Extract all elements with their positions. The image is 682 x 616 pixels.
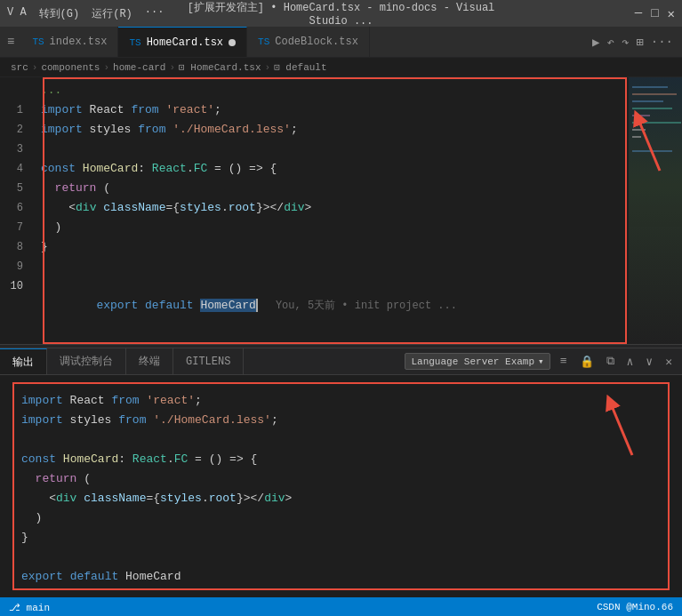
panel-tab-debug[interactable]: 调试控制台 [47, 348, 126, 374]
line-num-8: 8 [0, 237, 37, 257]
line-content-1: import React from 'react'; [37, 100, 629, 120]
minimap[interactable] [629, 77, 682, 344]
inline-hint: You, 5天前 • init project ... [276, 300, 457, 312]
panel-line-5: return ( [21, 469, 661, 489]
line-num-2: 2 [0, 120, 37, 140]
chevron-down-icon: ▾ [538, 356, 544, 367]
svg-rect-2 [632, 100, 663, 102]
minimize-icon[interactable]: ─ [635, 6, 642, 20]
editor-content[interactable]: ... 1 import React from 'react'; 2 impor… [0, 77, 629, 344]
panel-tab-output-label: 输出 [12, 355, 34, 370]
statusbar-branch[interactable]: ⎇ main [9, 602, 50, 613]
panel-tab-actions: Language Server Examp ▾ ≡ 🔒 ⧉ ∧ ∨ ✕ [405, 348, 682, 374]
panel-body: import React from 'react'; import styles… [0, 375, 682, 597]
run-icon[interactable]: ▶ [592, 35, 599, 50]
panel-line-10: export default HomeCard [21, 567, 661, 587]
breadcrumb-sep1: › [32, 62, 38, 73]
line-ellipsis: ... [0, 81, 629, 100]
tab-bar: ≡ TS index.tsx TS HomeCard.tsx TS CodeBl… [0, 27, 682, 58]
hamburger-menu[interactable]: ≡ [0, 27, 21, 57]
close-icon[interactable]: ✕ [668, 6, 675, 21]
menu-more[interactable]: ··· [145, 6, 164, 21]
panel-line-6: <div className={styles.root}></div> [21, 489, 661, 508]
line-5: 5 return ( [0, 179, 629, 198]
line-8: 8 } [0, 237, 629, 257]
panel-close-icon[interactable]: ✕ [662, 355, 675, 369]
panel-up-icon[interactable]: ∧ [624, 355, 637, 369]
tab-dirty-dot [229, 39, 236, 46]
menu-run[interactable]: 运行(R) [92, 6, 132, 21]
tab-icon-homecard: TS [129, 37, 140, 48]
panel-down-icon[interactable]: ∨ [643, 355, 655, 369]
tab-icon-codeblock: TS [258, 36, 269, 47]
tab-index[interactable]: TS index.tsx [21, 27, 118, 57]
breadcrumb-components[interactable]: components [41, 62, 100, 73]
tab-label-index: index.tsx [50, 36, 108, 48]
line-content-ellipsis: ... [37, 81, 629, 100]
menu-goto[interactable]: 转到(G) [39, 6, 80, 21]
line-num-9: 9 [0, 257, 37, 276]
panel-line-7: ) [21, 508, 661, 528]
line-7: 7 ) [0, 218, 629, 237]
back-icon[interactable]: ↶ [606, 35, 614, 50]
statusbar: ⎇ main CSDN @Mino.66 [0, 597, 682, 616]
panel-red-border: import React from 'react'; import styles… [12, 382, 670, 590]
panel-dropdown[interactable]: Language Server Examp ▾ [405, 353, 550, 370]
panel-lock-icon[interactable]: 🔒 [577, 355, 597, 369]
panel-tab-gitlens[interactable]: GITLENS [173, 348, 244, 374]
line-content-7: ) [37, 218, 629, 237]
panel-copy-icon[interactable]: ⧉ [604, 355, 617, 368]
panel-line-9 [21, 548, 661, 567]
line-content-8: } [37, 237, 629, 257]
svg-line-10 [638, 117, 660, 171]
line-4: 4 const HomeCard: React.FC = () => { [0, 159, 629, 179]
svg-rect-1 [632, 93, 677, 95]
tab-homecard[interactable]: TS HomeCard.tsx [118, 27, 247, 57]
breadcrumb-sep3: › [169, 62, 175, 73]
line-1: 1 import React from 'react'; [0, 100, 629, 120]
split-icon[interactable]: ⊞ [636, 35, 643, 50]
titlebar-menu: V A 转到(G) 运行(R) ··· [7, 6, 164, 21]
breadcrumb-sep2: › [103, 62, 109, 73]
breadcrumb-homecard-tsx[interactable]: ⊡ HomeCard.tsx [179, 61, 261, 73]
panel-tab-gitlens-label: GITLENS [186, 356, 230, 368]
breadcrumb-src[interactable]: src [11, 62, 28, 73]
line-num-5: 5 [0, 179, 37, 198]
tab-actions: ▶ ↶ ↷ ⊞ ··· [592, 27, 682, 57]
line-num-1: 1 [0, 100, 37, 120]
line-content-4: const HomeCard: React.FC = () => { [37, 159, 629, 179]
panel-line-8: } [21, 528, 661, 548]
panel-list-icon[interactable]: ≡ [558, 355, 570, 368]
line-content-2: import styles from './HomeCard.less'; [37, 120, 629, 140]
line-num-4: 4 [0, 159, 37, 179]
line-num-10: 10 [0, 276, 37, 296]
window-title: [扩展开发宿主] • HomeCard.tsx - mino-docs - Vi… [171, 0, 512, 28]
breadcrumb-default[interactable]: ⊡ default [274, 61, 326, 73]
line-3: 3 [0, 140, 629, 159]
maximize-icon[interactable]: □ [651, 6, 658, 20]
tab-codeblock[interactable]: TS CodeBlock.tsx [247, 27, 370, 57]
svg-line-12 [610, 402, 632, 455]
line-content-10: export default HomeCardYou, 5天前 • init p… [37, 276, 629, 335]
breadcrumb: src › components › home-card › ⊡ HomeCar… [0, 58, 682, 77]
panel-annotation-arrow [597, 393, 650, 468]
line-10: 10 export default HomeCardYou, 5天前 • ini… [0, 276, 629, 296]
breadcrumb-home-card[interactable]: home-card [113, 62, 165, 73]
line-2: 2 import styles from './HomeCard.less'; [0, 120, 629, 140]
window-controls: ─ □ ✕ [635, 6, 675, 21]
line-num-7: 7 [0, 218, 37, 237]
line-content-6: <div className={styles.root}></div> [37, 198, 629, 218]
forward-icon[interactable]: ↷ [622, 35, 629, 50]
tab-label-homecard: HomeCard.tsx [147, 36, 223, 49]
panel-line-1: import React from 'react'; [21, 391, 661, 411]
line-9: 9 [0, 257, 629, 276]
breadcrumb-sep4: › [265, 62, 271, 73]
statusbar-right: CSDN @Mino.66 [597, 602, 673, 612]
panel-tab-terminal[interactable]: 终端 [126, 348, 173, 374]
panel-tab-output[interactable]: 输出 [0, 348, 47, 374]
more-icon[interactable]: ··· [651, 35, 673, 49]
panel-tab-terminal-label: 终端 [139, 354, 160, 369]
menu-va[interactable]: V A [7, 6, 27, 21]
bottom-panel: 输出 调试控制台 终端 GITLENS Language Server Exam… [0, 348, 682, 597]
panel-tab-debug-label: 调试控制台 [60, 354, 113, 369]
